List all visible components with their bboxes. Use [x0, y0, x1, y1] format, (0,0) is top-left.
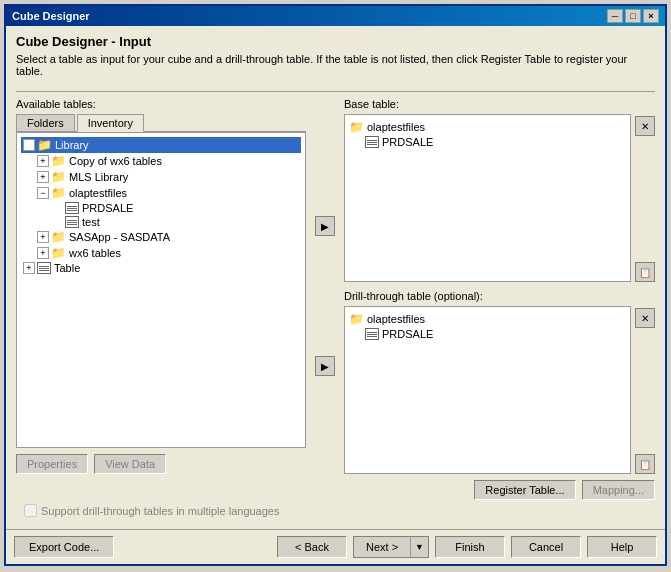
tree-node-copy-wx6[interactable]: + 📁 Copy of wx6 tables: [21, 153, 301, 169]
header-description: Select a table as input for your cube an…: [16, 53, 655, 77]
drill-through-with-controls: 📁 olaptestfiles: [344, 306, 655, 474]
view-data-button[interactable]: View Data: [94, 454, 166, 474]
mapping-button[interactable]: Mapping...: [582, 480, 655, 500]
minimize-button[interactable]: ─: [607, 9, 623, 23]
tree-label-sasapp: SASApp - SASDATA: [69, 231, 170, 243]
base-table-browse-button[interactable]: 📋: [635, 262, 655, 282]
drill-through-languages-checkbox[interactable]: [24, 504, 37, 517]
expand-mls-icon[interactable]: +: [37, 171, 49, 183]
drill-tree-label-prdsale: PRDSALE: [382, 328, 433, 340]
export-code-button[interactable]: Export Code...: [14, 536, 114, 558]
main-window: Cube Designer ─ □ × Cube Designer - Inpu…: [4, 4, 667, 566]
finish-button[interactable]: Finish: [435, 536, 505, 558]
footer: Export Code... < Back Next > ▼ Finish Ca…: [6, 529, 665, 564]
expand-olap-icon[interactable]: −: [37, 187, 49, 199]
drill-browse-button[interactable]: 📋: [635, 454, 655, 474]
base-tree-label-olap: olaptestfiles: [367, 121, 425, 133]
tree-label-prdsale: PRDSALE: [82, 202, 133, 214]
tree-node-mls[interactable]: + 📁 MLS Library: [21, 169, 301, 185]
expand-sasapp-icon[interactable]: +: [37, 231, 49, 243]
back-button[interactable]: < Back: [277, 536, 347, 558]
tab-bar: Folders Inventory: [16, 114, 306, 132]
tree-label-table: Table: [54, 262, 80, 274]
tab-folders[interactable]: Folders: [16, 114, 75, 131]
base-tree-node-prdsale[interactable]: PRDSALE: [349, 135, 626, 149]
title-bar: Cube Designer ─ □ ×: [6, 6, 665, 26]
tree-node-wx6tables[interactable]: + 📁 wx6 tables: [21, 245, 301, 261]
tree-node-olaptestfiles[interactable]: − 📁 olaptestfiles: [21, 185, 301, 201]
tree-node-library[interactable]: − 📁 Library: [21, 137, 301, 153]
register-table-button[interactable]: Register Table...: [474, 480, 575, 500]
checkbox-row: Support drill-through tables in multiple…: [24, 504, 655, 517]
tree-label-olaptestfiles: olaptestfiles: [69, 187, 127, 199]
left-panel: Available tables: Folders Inventory − 📁 …: [16, 98, 306, 474]
base-table-label: Base table:: [344, 98, 655, 110]
drill-through-tree[interactable]: 📁 olaptestfiles: [344, 306, 631, 474]
drill-through-section: Drill-through table (optional): 📁 olapte…: [344, 290, 655, 474]
header-section: Cube Designer - Input Select a table as …: [16, 34, 655, 77]
drill-through-languages-label: Support drill-through tables in multiple…: [41, 505, 279, 517]
base-table-remove-button[interactable]: ✕: [635, 116, 655, 136]
drill-through-side-controls: ✕ 📋: [631, 306, 655, 474]
tab-inventory[interactable]: Inventory: [77, 114, 144, 132]
main-area: Available tables: Folders Inventory − 📁 …: [16, 98, 655, 474]
available-tables-tree[interactable]: − 📁 Library + 📁 Copy of wx6 tables: [16, 132, 306, 448]
expand-wx6-icon[interactable]: +: [37, 247, 49, 259]
help-button[interactable]: Help: [587, 536, 657, 558]
tree-label-library: Library: [55, 139, 89, 151]
tree-label-copy-wx6: Copy of wx6 tables: [69, 155, 162, 167]
header-title: Cube Designer - Input: [16, 34, 655, 49]
expand-copy-wx6-icon[interactable]: +: [37, 155, 49, 167]
right-panel: Base table: 📁 olaptestfiles: [344, 98, 655, 474]
tree-node-sasapp[interactable]: + 📁 SASApp - SASDATA: [21, 229, 301, 245]
left-panel-buttons: Properties View Data: [16, 454, 306, 474]
window-title: Cube Designer: [12, 10, 90, 22]
drill-tree-node-prdsale[interactable]: PRDSALE: [349, 327, 626, 341]
cancel-button[interactable]: Cancel: [511, 536, 581, 558]
tree-node-test[interactable]: test: [21, 215, 301, 229]
next-dropdown-button[interactable]: ▼: [410, 536, 429, 558]
properties-button[interactable]: Properties: [16, 454, 88, 474]
base-table-arrow[interactable]: ▶: [315, 216, 335, 236]
base-table-section: Base table: 📁 olaptestfiles: [344, 98, 655, 282]
tree-label-test: test: [82, 216, 100, 228]
available-tables-label: Available tables:: [16, 98, 306, 110]
tree-node-table[interactable]: + Table: [21, 261, 301, 275]
next-button-group: Next > ▼: [353, 536, 429, 558]
base-tree-node-olap[interactable]: 📁 olaptestfiles: [349, 119, 626, 135]
header-divider: [16, 91, 655, 92]
next-button[interactable]: Next >: [353, 536, 410, 558]
base-table-tree[interactable]: 📁 olaptestfiles: [344, 114, 631, 282]
tree-label-mls: MLS Library: [69, 171, 128, 183]
title-bar-buttons: ─ □ ×: [607, 9, 659, 23]
content-area: Cube Designer - Input Select a table as …: [6, 26, 665, 529]
tree-label-wx6tables: wx6 tables: [69, 247, 121, 259]
maximize-button[interactable]: □: [625, 9, 641, 23]
middle-arrows: ▶ ▶: [314, 98, 336, 474]
expand-table-icon[interactable]: +: [23, 262, 35, 274]
register-mapping-row: Register Table... Mapping...: [16, 480, 655, 500]
drill-through-arrow[interactable]: ▶: [315, 356, 335, 376]
expand-library-icon[interactable]: −: [23, 139, 35, 151]
tree-node-prdsale[interactable]: PRDSALE: [21, 201, 301, 215]
drill-through-label: Drill-through table (optional):: [344, 290, 655, 302]
base-table-side-controls: ✕ 📋: [631, 114, 655, 282]
drill-tree-label-olap: olaptestfiles: [367, 313, 425, 325]
drill-tree-node-olap[interactable]: 📁 olaptestfiles: [349, 311, 626, 327]
drill-remove-button[interactable]: ✕: [635, 308, 655, 328]
base-table-with-controls: 📁 olaptestfiles: [344, 114, 655, 282]
base-tree-label-prdsale: PRDSALE: [382, 136, 433, 148]
close-button[interactable]: ×: [643, 9, 659, 23]
